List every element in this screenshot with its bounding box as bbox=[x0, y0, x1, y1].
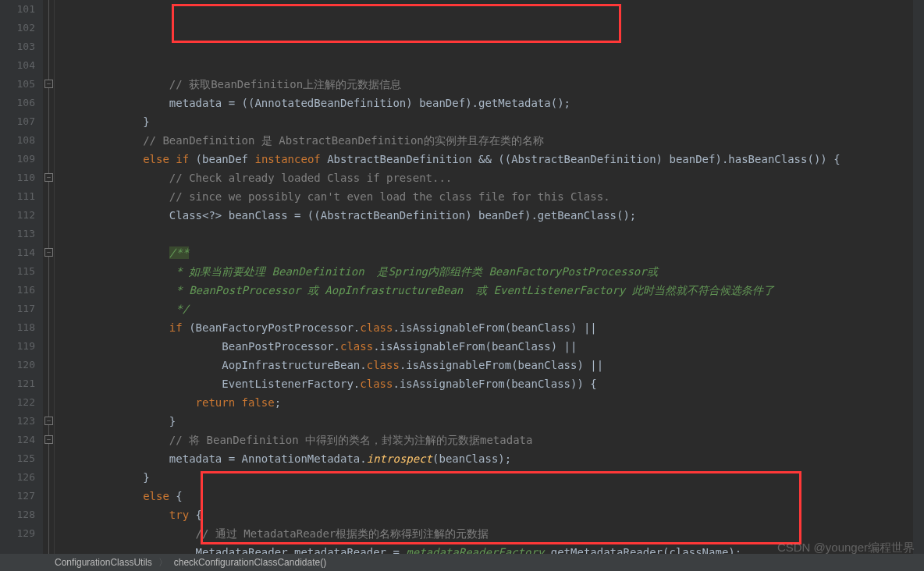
line-number: 121 bbox=[0, 374, 43, 393]
fold-icon[interactable]: − bbox=[44, 80, 53, 88]
code-line[interactable]: else if (beanDef instanceof AbstractBean… bbox=[64, 150, 924, 168]
code-line[interactable]: metadata = ((AnnotatedBeanDefinition) be… bbox=[64, 94, 924, 112]
line-number: 111 bbox=[0, 187, 43, 206]
line-number: 105 bbox=[0, 75, 43, 94]
breadcrumb-bar[interactable]: ConfigurationClassUtils 〉 checkConfigura… bbox=[0, 554, 924, 571]
code-line[interactable]: // 将 BeanDefinition 中得到的类名，封装为注解的元数据meta… bbox=[64, 431, 924, 449]
code-line[interactable]: AopInfrastructureBean.class.isAssignable… bbox=[64, 356, 924, 374]
code-line[interactable]: */ bbox=[64, 300, 924, 318]
code-line[interactable]: } bbox=[64, 412, 924, 431]
code-line[interactable]: // Check already loaded Class if present… bbox=[64, 168, 924, 187]
line-number: 125 bbox=[0, 449, 43, 468]
line-number: 119 bbox=[0, 337, 43, 356]
line-number: 115 bbox=[0, 262, 43, 281]
fold-column[interactable]: − − − − − bbox=[43, 0, 55, 554]
code-line[interactable]: else { bbox=[64, 487, 924, 505]
code-line[interactable]: EventListenerFactory.class.isAssignableF… bbox=[64, 374, 924, 393]
line-number: 128 bbox=[0, 505, 43, 524]
fold-icon[interactable]: − bbox=[44, 248, 53, 257]
code-line[interactable] bbox=[64, 225, 924, 243]
breadcrumb-method[interactable]: checkConfigurationClassCandidate() bbox=[174, 554, 326, 571]
code-area[interactable]: // 获取BeanDefinition上注解的元数据信息 metadata = … bbox=[55, 0, 924, 554]
code-line[interactable]: Class<?> beanClass = ((AbstractBeanDefin… bbox=[64, 206, 924, 225]
code-editor[interactable]: 1011021031041051061071081091101111121131… bbox=[0, 0, 924, 554]
line-number: 118 bbox=[0, 318, 43, 337]
code-line[interactable]: return false; bbox=[64, 393, 924, 412]
line-gutter: 1011021031041051061071081091101111121131… bbox=[0, 0, 43, 554]
line-number: 103 bbox=[0, 37, 43, 56]
breadcrumb-class[interactable]: ConfigurationClassUtils bbox=[55, 554, 152, 571]
line-number: 129 bbox=[0, 524, 43, 543]
code-line[interactable]: } bbox=[64, 112, 924, 131]
line-number: 123 bbox=[0, 412, 43, 431]
fold-icon[interactable]: − bbox=[44, 417, 53, 425]
line-number: 124 bbox=[0, 431, 43, 449]
line-number: 113 bbox=[0, 225, 43, 243]
code-line[interactable]: * BeanPostProcessor 或 AopInfrastructureB… bbox=[64, 281, 924, 300]
line-number: 114 bbox=[0, 243, 43, 262]
code-line[interactable]: /** bbox=[64, 243, 924, 262]
watermark: CSDN @younger编程世界 bbox=[777, 541, 915, 555]
line-number: 126 bbox=[0, 468, 43, 487]
breadcrumb-separator: 〉 bbox=[158, 554, 168, 571]
code-line[interactable]: // 获取BeanDefinition上注解的元数据信息 bbox=[64, 75, 924, 94]
scrollbar[interactable] bbox=[913, 0, 924, 554]
line-number: 102 bbox=[0, 19, 43, 37]
line-number: 108 bbox=[0, 131, 43, 150]
line-number: 116 bbox=[0, 281, 43, 300]
line-number: 109 bbox=[0, 150, 43, 168]
code-line[interactable]: BeanPostProcessor.class.isAssignableFrom… bbox=[64, 337, 924, 356]
line-number: 122 bbox=[0, 393, 43, 412]
line-number: 110 bbox=[0, 168, 43, 187]
fold-icon[interactable]: − bbox=[44, 173, 53, 182]
line-number: 127 bbox=[0, 487, 43, 505]
code-line[interactable]: metadata = AnnotationMetadata.introspect… bbox=[64, 449, 924, 468]
line-number: 117 bbox=[0, 300, 43, 318]
code-line[interactable]: } bbox=[64, 468, 924, 487]
fold-icon[interactable]: − bbox=[44, 435, 53, 444]
code-line[interactable]: if (BeanFactoryPostProcessor.class.isAss… bbox=[64, 318, 924, 337]
line-number: 101 bbox=[0, 0, 43, 19]
line-number: 107 bbox=[0, 112, 43, 131]
line-number: 106 bbox=[0, 94, 43, 112]
code-line[interactable]: // since we possibly can't even load the… bbox=[64, 187, 924, 206]
code-line[interactable]: * 如果当前要处理 BeanDefinition 是Spring内部组件类 Be… bbox=[64, 262, 924, 281]
code-line[interactable]: try { bbox=[64, 505, 924, 524]
code-line[interactable]: // BeanDefinition 是 AbstractBeanDefiniti… bbox=[64, 131, 924, 150]
line-number: 120 bbox=[0, 356, 43, 374]
line-number: 104 bbox=[0, 56, 43, 75]
line-number: 112 bbox=[0, 206, 43, 225]
annotation-box bbox=[172, 4, 621, 43]
